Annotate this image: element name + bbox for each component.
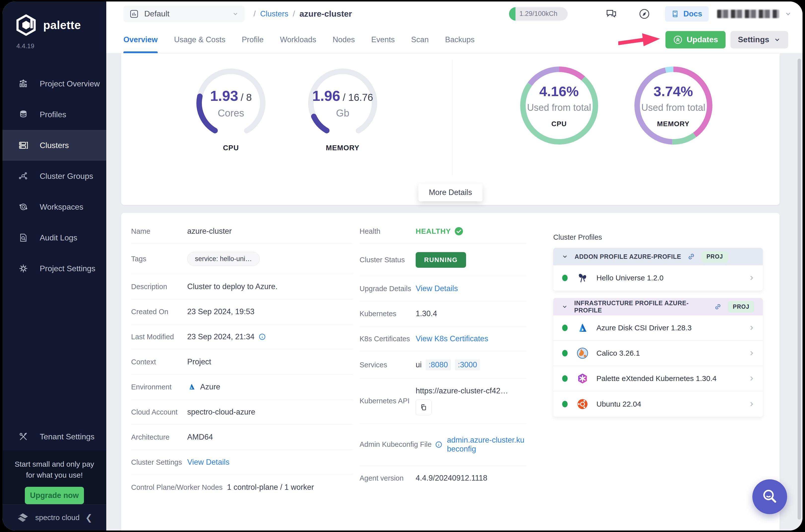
tag-pill[interactable]: service: hello-uni… <box>187 252 260 266</box>
feedback-chat-button[interactable] <box>605 7 618 20</box>
settings-button[interactable]: Settings <box>730 31 788 49</box>
donut-caption: Used from total <box>641 102 705 113</box>
chevron-down-icon <box>774 36 781 43</box>
detail-row-health: Health HEALTHY <box>360 219 526 244</box>
tab-scan[interactable]: Scan <box>411 26 429 53</box>
updates-icon <box>673 35 683 45</box>
donut-caption: Used from total <box>527 102 591 113</box>
utilization-card: 1.93/ 8 Cores CPU 1.96/ 16.76 Gb <box>121 53 780 205</box>
chevron-down-icon <box>232 11 238 17</box>
updates-label: Updates <box>687 35 718 44</box>
sidebar-item-clusters[interactable]: Clusters <box>2 130 106 161</box>
view-k8s-certificates-link[interactable]: View K8s Certificates <box>416 334 488 343</box>
profile-pack-hello-universe[interactable]: Hello Universe 1.2.0 <box>553 265 763 290</box>
service-port-link[interactable]: :3000 <box>455 359 480 370</box>
detail-row-nodes: Control Plane/Worker Nodes 1 control-pla… <box>131 475 352 500</box>
project-selector-dropdown[interactable]: Default <box>123 6 245 22</box>
memory-allocation-gauge: 1.96/ 16.76 Gb MEMORY <box>305 66 380 205</box>
chevron-right-icon <box>748 324 755 331</box>
cluster-details-card: Name azure-cluster Tags service: hello-u… <box>121 213 780 531</box>
tab-profile[interactable]: Profile <box>242 26 264 53</box>
cluster-profiles-title: Cluster Profiles <box>553 233 763 242</box>
vertical-scrollbar[interactable] <box>798 59 801 519</box>
sidebar-collapse-icon[interactable]: ❮ <box>85 513 93 522</box>
donut-metric-label: MEMORY <box>657 120 690 128</box>
updates-button[interactable]: Updates <box>666 31 726 49</box>
pack-status-dot <box>562 325 568 331</box>
user-menu-chevron-icon[interactable] <box>785 11 791 17</box>
more-details-button[interactable]: More Details <box>418 184 482 202</box>
brand-logo: palette <box>2 1 106 36</box>
addon-profile-header[interactable]: ADDON PROFILE AZURE-PROFILE PROJ <box>553 248 763 265</box>
tab-events[interactable]: Events <box>371 26 395 53</box>
detail-row-upgrade-details: Upgrade Details View Details <box>360 276 526 301</box>
tab-backups[interactable]: Backups <box>445 26 475 53</box>
server-icon <box>18 140 29 150</box>
allocation-gauges: 1.93/ 8 Cores CPU 1.96/ 16.76 Gb <box>121 53 453 205</box>
profile-pack-calico[interactable]: Calico 3.26.1 <box>553 341 763 366</box>
sidebar-item-label: Project Settings <box>40 264 95 273</box>
network-icon <box>18 171 29 181</box>
promo-line-2: for what you use! <box>2 470 106 480</box>
detail-row-cloud-account: Cloud Account spectro-cloud-azure <box>131 400 352 425</box>
search-fab-button[interactable] <box>752 479 787 514</box>
sidebar-item-workspaces[interactable]: Workspaces <box>2 191 106 222</box>
search-icon <box>761 488 779 506</box>
infrastructure-profile-header[interactable]: INFRASTRUCTURE PROFILE AZURE-PROFILE PRO… <box>553 298 763 316</box>
link-icon[interactable] <box>714 303 721 310</box>
upgrade-view-details-link[interactable]: View Details <box>416 284 458 293</box>
tab-nodes[interactable]: Nodes <box>332 26 355 53</box>
link-icon[interactable] <box>688 253 695 260</box>
memory-usage-donut: 3.74% Used from total MEMORY <box>634 66 713 205</box>
user-name-redacted[interactable] <box>717 10 779 18</box>
sidebar-item-project-overview[interactable]: Project Overview <box>2 68 106 99</box>
details-middle-column: Health HEALTHY Cluster Status RUNNING Up… <box>360 219 526 531</box>
kubernetes-api-url: https://azure-cluster-cf42… <box>416 386 508 395</box>
sidebar-item-tenant-settings[interactable]: Tenant Settings <box>2 421 106 452</box>
detail-row-cluster-status: Cluster Status RUNNING <box>360 244 526 276</box>
copy-api-url-button[interactable] <box>416 399 432 415</box>
profile-pack-azure-csi[interactable]: Azure Disk CSI Driver 1.28.3 <box>553 316 763 341</box>
sidebar-item-audit-logs[interactable]: Audit Logs <box>2 222 106 253</box>
sidebar-item-project-settings[interactable]: Project Settings <box>2 253 106 284</box>
tab-overview[interactable]: Overview <box>123 26 158 53</box>
detail-row-created-on: Created On 23 Sep 2024, 19:53 <box>131 299 352 324</box>
memory-unit: Gb <box>336 108 349 119</box>
profile-pack-ubuntu[interactable]: Ubuntu 22.04 <box>553 392 763 417</box>
cpu-total-value: / 8 <box>241 92 251 103</box>
breadcrumb-clusters-link[interactable]: Clusters <box>260 10 289 18</box>
kubeconfig-download-link[interactable]: admin.azure-cluster.kubeconfig <box>447 436 526 454</box>
detail-row-last-modified: Last Modified 23 Sep 2024, 21:34 <box>131 324 352 349</box>
palette-logo-icon <box>15 14 37 36</box>
infrastructure-profile-group: INFRASTRUCTURE PROFILE AZURE-PROFILE PRO… <box>553 298 763 417</box>
info-icon[interactable] <box>435 441 442 448</box>
main-area: Default / Clusters / azure-cluster 1.29/… <box>106 1 803 531</box>
tab-workloads[interactable]: Workloads <box>280 26 317 53</box>
chat-bubbles-icon <box>605 7 618 20</box>
cluster-tabs: Overview Usage & Costs Profile Workloads… <box>106 26 803 53</box>
pack-status-dot <box>562 350 568 356</box>
upgrade-now-button[interactable]: Upgrade now <box>25 487 84 504</box>
sidebar-item-label: Project Overview <box>40 79 100 89</box>
azure-disk-icon <box>576 322 590 334</box>
check-circle-icon <box>454 227 463 236</box>
spectro-cloud-logo-icon <box>16 511 29 524</box>
info-icon[interactable] <box>258 333 266 341</box>
docs-button[interactable]: Docs <box>665 6 709 22</box>
cluster-settings-view-details-link[interactable]: View Details <box>187 458 229 467</box>
service-port-link[interactable]: :8080 <box>426 359 451 370</box>
explore-compass-button[interactable] <box>638 8 651 20</box>
profile-pack-pxk[interactable]: Palette eXtended Kubernetes 1.30.4 <box>553 366 763 392</box>
layers-icon <box>18 110 29 119</box>
sidebar-item-cluster-groups[interactable]: Cluster Groups <box>2 161 106 191</box>
tab-usage-costs[interactable]: Usage & Costs <box>174 26 226 53</box>
chevron-right-icon <box>748 274 755 282</box>
usage-quota-badge[interactable]: 1.29/100kCh <box>509 7 568 21</box>
chevron-right-icon <box>748 400 755 408</box>
addon-profile-group: ADDON PROFILE AZURE-PROFILE PROJ <box>553 248 763 290</box>
sidebar-item-profiles[interactable]: Profiles <box>2 99 106 130</box>
top-bar-right: 1.29/100kCh Docs <box>509 6 803 22</box>
sidebar-item-label: Tenant Settings <box>40 432 95 441</box>
detail-row-environment: Environment Azure <box>131 375 352 400</box>
memory-total-value: / 16.76 <box>343 92 373 103</box>
